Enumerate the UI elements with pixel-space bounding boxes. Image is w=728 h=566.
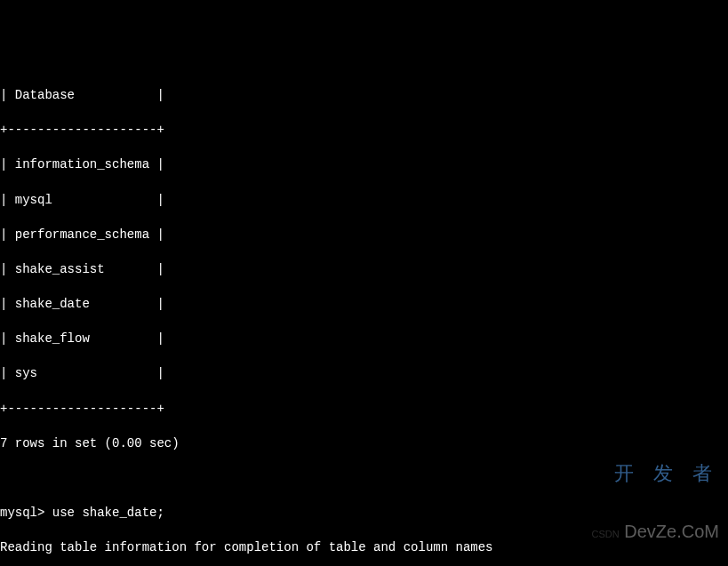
db-row: | information_schema | [0, 156, 728, 174]
db-table-header: | Database | [0, 87, 728, 105]
blank-line [0, 470, 728, 488]
db-row: | mysql | [0, 192, 728, 210]
db-table-divider: +--------------------+ [0, 401, 728, 419]
result-summary: 7 rows in set (0.00 sec) [0, 435, 728, 453]
terminal-output[interactable]: | Database | +--------------------+ | in… [0, 69, 728, 566]
mysql-prompt: mysql> use shake_date; [0, 505, 728, 522]
db-table-divider: +--------------------+ [0, 122, 728, 140]
info-message: Reading table information for completion… [0, 539, 728, 557]
db-row: | shake_date | [0, 296, 728, 314]
db-row: | performance_schema | [0, 227, 728, 244]
db-row: | shake_flow | [0, 331, 728, 348]
db-row: | sys | [0, 365, 728, 383]
db-row: | shake_assist | [0, 261, 728, 279]
